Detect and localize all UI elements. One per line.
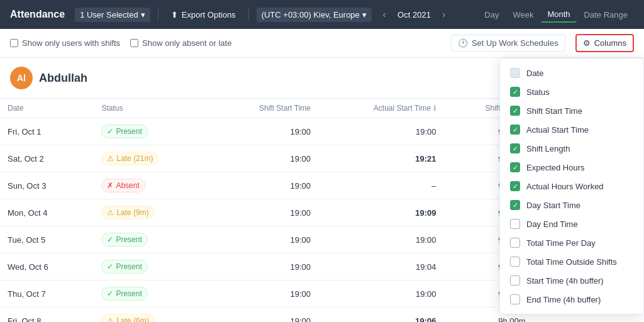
- columns-dropdown: Date Status Shift Start Time Actual Star…: [499, 58, 644, 314]
- dropdown-item-label: Date: [526, 69, 543, 78]
- separator: [158, 8, 158, 21]
- dropdown-checkbox: [510, 257, 520, 267]
- cell-actual-start: 19:21: [318, 145, 444, 172]
- col-actual-start: Actual Start Time ℹ: [318, 99, 444, 118]
- tab-month[interactable]: Month: [541, 7, 576, 23]
- filter-absent-checkbox[interactable]: Show only absent or late: [130, 38, 231, 48]
- dropdown-item-label: Start Time (4h buffer): [526, 276, 604, 286]
- dropdown-item-label: Day End Time: [526, 219, 578, 229]
- filter-shifts-checkbox[interactable]: Show only users with shifts: [10, 38, 120, 48]
- cell-date: Tue, Oct 5: [0, 226, 94, 253]
- dropdown-item[interactable]: Shift Length: [500, 139, 643, 158]
- cell-date: Sun, Oct 3: [0, 172, 94, 199]
- dropdown-item-label: End Time (4h buffer): [526, 295, 601, 304]
- info-icon: ℹ: [433, 104, 436, 113]
- gear-icon: ⚙: [583, 38, 591, 48]
- setup-work-schedules-button[interactable]: 🕐 Set Up Work Schedules: [451, 35, 565, 52]
- dropdown-checkbox: [510, 162, 520, 172]
- cell-actual-start: 19:04: [318, 253, 444, 280]
- cell-status: ✓ Present: [94, 253, 211, 280]
- dropdown-item[interactable]: Total Time Outside Shifts: [500, 252, 643, 271]
- clock-icon: 🕐: [458, 38, 468, 48]
- status-badge: ✓ Present: [101, 125, 147, 138]
- chevron-down-icon: ▾: [141, 10, 145, 19]
- upload-icon: ⬆: [171, 10, 178, 19]
- main-content: Al Abdullah Date Status Shift Start Time…: [0, 58, 644, 322]
- export-label: Export Options: [182, 10, 236, 19]
- cell-actual-start: 19:09: [318, 199, 444, 226]
- dropdown-item-label: Shift Length: [526, 144, 570, 153]
- cell-shift-start: 19:00: [211, 118, 318, 145]
- check-icon: ✓: [107, 127, 113, 136]
- dropdown-checkbox: [510, 181, 520, 191]
- dropdown-item-label: Actual Start Time: [526, 125, 589, 135]
- dropdown-item-label: Shift Start Time: [526, 106, 582, 116]
- cell-actual-start: 19:00: [318, 118, 444, 145]
- status-badge: ✓ Present: [101, 260, 147, 274]
- dropdown-item[interactable]: Shift Start Time: [500, 101, 643, 120]
- cell-actual-start: 19:00: [318, 226, 444, 253]
- tab-date-range[interactable]: Date Range: [578, 8, 634, 22]
- dropdown-item[interactable]: End Time (4h buffer): [500, 290, 643, 309]
- dropdown-item[interactable]: Status: [500, 82, 643, 101]
- cell-shift-start: 19:00: [211, 172, 318, 199]
- check-icon: ✓: [107, 289, 113, 298]
- dropdown-item-label: Total Time Outside Shifts: [526, 257, 617, 267]
- dropdown-item[interactable]: Expected Hours: [500, 158, 643, 177]
- check-icon: ✓: [107, 235, 113, 244]
- cell-shift-start: 19:00: [211, 253, 318, 280]
- status-badge: ⚠ Late (9m): [101, 206, 154, 219]
- cell-status: ✓ Present: [94, 280, 211, 308]
- warning-icon: ⚠: [107, 154, 114, 163]
- status-badge: ✓ Present: [101, 233, 147, 247]
- cell-status: ⚠ Late (21m): [94, 145, 211, 172]
- dropdown-item-label: Status: [526, 87, 550, 97]
- dropdown-item[interactable]: Day Start Time: [500, 196, 643, 214]
- status-badge: ⚠ Late (6m): [101, 314, 154, 322]
- col-status: Status: [94, 99, 211, 118]
- dropdown-item[interactable]: Date: [500, 64, 643, 82]
- warning-icon: ⚠: [107, 208, 114, 217]
- tab-day[interactable]: Day: [478, 8, 505, 22]
- columns-button[interactable]: ⚙ Columns: [575, 34, 634, 52]
- dropdown-item-label: Day Start Time: [526, 201, 580, 210]
- check-icon: ✓: [107, 262, 113, 271]
- dropdown-checkbox: [510, 275, 520, 286]
- user-selected-dropdown[interactable]: 1 User Selected ▾: [75, 8, 150, 22]
- current-date: Oct 2021: [392, 10, 436, 19]
- view-tabs: Day Week Month Date Range: [478, 7, 634, 23]
- dropdown-item[interactable]: Actual Hours Worked: [500, 177, 643, 196]
- cell-status: ⚠ Late (6m): [94, 308, 211, 323]
- prev-arrow[interactable]: ‹: [379, 8, 390, 21]
- dropdown-item-label: Actual Hours Worked: [526, 182, 604, 191]
- cell-shift-start: 19:00: [211, 280, 318, 308]
- dropdown-checkbox: [510, 219, 520, 229]
- warning-icon: ⚠: [107, 316, 114, 322]
- timezone-selector[interactable]: (UTC +03:00) Kiev, Europe ▾: [257, 8, 372, 22]
- dropdown-item[interactable]: Start Time (4h buffer): [500, 271, 643, 290]
- cell-date: Mon, Oct 4: [0, 199, 94, 226]
- dropdown-item[interactable]: Total Time Per Day: [500, 233, 643, 252]
- cell-date: Fri, Oct 1: [0, 118, 94, 145]
- cell-status: ✓ Present: [94, 118, 211, 145]
- toolbar: Show only users with shifts Show only ab…: [0, 29, 644, 58]
- cell-shift-start: 19:00: [211, 308, 318, 323]
- dropdown-checkbox: [510, 125, 520, 135]
- user-name: Abdullah: [39, 72, 87, 85]
- timezone-label: (UTC +03:00) Kiev, Europe: [262, 10, 360, 19]
- status-badge: ✗ Absent: [101, 179, 145, 192]
- dropdown-item[interactable]: Day End Time: [500, 214, 643, 233]
- dropdown-checkbox: [510, 238, 520, 248]
- col-shift-start: Shift Start Time: [211, 99, 318, 118]
- next-arrow[interactable]: ›: [439, 8, 450, 21]
- dropdown-checkbox: [510, 143, 520, 153]
- export-button[interactable]: ⬆ Export Options: [166, 8, 241, 22]
- cell-status: ✓ Present: [94, 226, 211, 253]
- dropdown-checkbox: [510, 106, 520, 116]
- dropdown-checkbox: [510, 87, 520, 97]
- cell-status: ✗ Absent: [94, 172, 211, 199]
- cell-shift-start: 19:00: [211, 199, 318, 226]
- dropdown-checkbox: [510, 68, 520, 78]
- dropdown-item[interactable]: Actual Start Time: [500, 120, 643, 139]
- tab-week[interactable]: Week: [506, 8, 540, 22]
